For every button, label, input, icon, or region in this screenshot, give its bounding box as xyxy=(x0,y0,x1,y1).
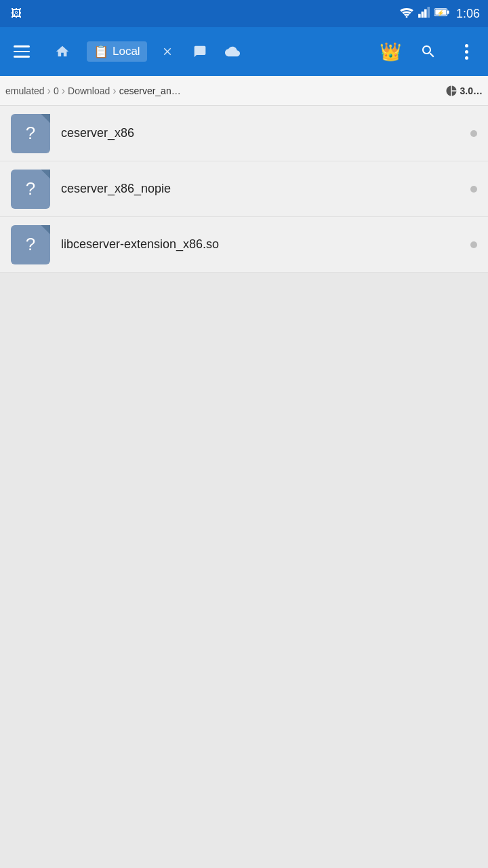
close-tab-button[interactable] xyxy=(155,39,180,64)
svg-rect-4 xyxy=(427,7,430,18)
menu-button[interactable] xyxy=(5,35,38,68)
breadcrumb-sep-2: › xyxy=(62,85,65,97)
cloud-button[interactable] xyxy=(220,39,245,64)
file-options-dot-3[interactable] xyxy=(470,241,477,248)
breadcrumb: emulated › 0 › Download › ceserver_an… 3… xyxy=(0,76,488,106)
premium-button[interactable]: 👑 xyxy=(374,35,407,68)
signal-icon xyxy=(418,7,430,20)
svg-rect-6 xyxy=(447,10,449,14)
storage-label: 3.0… xyxy=(460,85,483,96)
unknown-file-icon-3: ? xyxy=(26,234,35,255)
close-icon xyxy=(161,45,174,58)
svg-rect-3 xyxy=(424,9,427,18)
battery-icon: ⚡ xyxy=(434,7,449,20)
tab-label: Local xyxy=(113,45,140,58)
screen-icon: 🖼 xyxy=(11,7,22,20)
search-icon xyxy=(420,43,436,60)
breadcrumb-sep-1: › xyxy=(47,85,51,97)
toolbar-left: 📋 Local xyxy=(5,35,371,68)
status-icons: ⚡ 1:06 xyxy=(399,7,480,21)
file-icon-ceserver-x86: ? xyxy=(11,114,50,153)
file-list: ? ceserver_x86 ? ceserver_x86_nopie ? li… xyxy=(0,106,488,273)
toolbar-right: 👑 xyxy=(374,35,483,68)
breadcrumb-ceserver: ceserver_an… xyxy=(119,85,181,96)
svg-point-0 xyxy=(406,16,408,18)
cloud-icon xyxy=(225,45,240,58)
file-item-ceserver-x86[interactable]: ? ceserver_x86 xyxy=(0,106,488,161)
svg-rect-1 xyxy=(418,14,421,18)
search-button[interactable] xyxy=(412,35,445,68)
storage-pie-icon xyxy=(445,85,458,97)
breadcrumb-0[interactable]: 0 xyxy=(54,85,59,96)
hamburger-icon xyxy=(14,45,30,58)
unknown-file-icon: ? xyxy=(26,123,35,144)
chat-icon xyxy=(193,45,207,58)
toolbar: 📋 Local 👑 xyxy=(0,27,488,76)
file-item-libceserver[interactable]: ? libceserver-extension_x86.so xyxy=(0,217,488,273)
svg-rect-2 xyxy=(422,12,424,18)
breadcrumb-sep-3: › xyxy=(113,85,116,97)
unknown-file-icon-2: ? xyxy=(26,178,35,199)
file-icon-ceserver-x86-nopie: ? xyxy=(11,170,50,209)
more-icon xyxy=(465,44,468,60)
file-name-ceserver-x86: ceserver_x86 xyxy=(61,126,460,140)
file-options-dot-1[interactable] xyxy=(470,130,477,137)
svg-text:⚡: ⚡ xyxy=(437,9,445,17)
home-button[interactable] xyxy=(46,35,79,68)
breadcrumb-emulated[interactable]: emulated xyxy=(5,85,45,96)
file-name-libceserver: libceserver-extension_x86.so xyxy=(61,237,460,252)
home-icon xyxy=(55,44,70,59)
status-time: 1:06 xyxy=(456,7,480,21)
local-tab[interactable]: 📋 Local xyxy=(87,41,147,62)
status-bar: 🖼 ⚡ xyxy=(0,0,488,27)
file-options-dot-2[interactable] xyxy=(470,186,477,193)
crown-icon: 👑 xyxy=(380,41,401,62)
wifi-icon xyxy=(399,7,414,20)
tab-doc-icon: 📋 xyxy=(94,44,108,59)
breadcrumb-download[interactable]: Download xyxy=(68,85,110,96)
file-name-ceserver-x86-nopie: ceserver_x86_nopie xyxy=(61,182,460,196)
empty-area xyxy=(0,273,488,802)
file-item-ceserver-x86-nopie[interactable]: ? ceserver_x86_nopie xyxy=(0,161,488,217)
storage-badge: 3.0… xyxy=(445,85,483,97)
file-icon-libceserver: ? xyxy=(11,225,50,264)
chat-button[interactable] xyxy=(188,39,212,64)
more-options-button[interactable] xyxy=(450,35,483,68)
